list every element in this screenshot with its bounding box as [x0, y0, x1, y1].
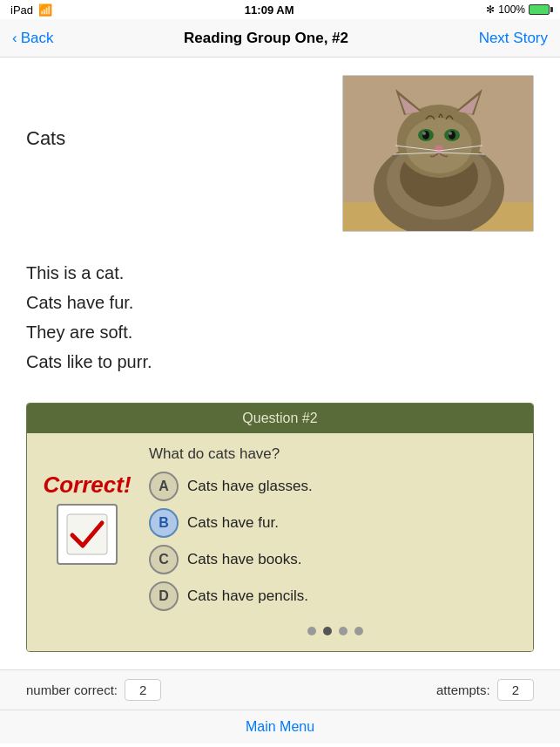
answer-option-d[interactable]: D Cats have pencils.	[149, 581, 521, 611]
cat-image-svg	[343, 76, 534, 232]
nav-bar: ‹ Back Reading Group One, #2 Next Story	[0, 19, 560, 58]
dot-4	[354, 627, 363, 635]
answer-text-a: Cats have glasses.	[187, 478, 313, 495]
bottom-stats: number correct: 2 attempts: 2	[0, 669, 560, 710]
story-line-4: Cats like to purr.	[26, 347, 534, 377]
pagination-dots	[149, 618, 521, 639]
number-correct-value: 2	[125, 679, 161, 701]
answer-circle-a: A	[149, 472, 179, 501]
svg-point-15	[422, 132, 426, 135]
quiz-body: Correct! What do cats have? A Cats have …	[27, 433, 533, 651]
svg-point-17	[435, 146, 443, 153]
correct-label: Correct!	[43, 472, 131, 499]
story-area: Cats	[26, 75, 534, 232]
answer-text-c: Cats have books.	[187, 551, 301, 568]
story-line-3: They are soft.	[26, 317, 534, 347]
status-bar: iPad 📶 11:09 AM ✻ 100%	[0, 0, 560, 19]
dot-1	[307, 627, 316, 635]
answer-circle-b: B	[149, 508, 179, 538]
content-area: Cats	[0, 58, 560, 669]
answer-circle-d: D	[149, 581, 179, 611]
question-text: What do cats have?	[149, 445, 521, 463]
status-left: iPad 📶	[10, 3, 52, 17]
dot-3	[339, 627, 347, 635]
main-menu-button[interactable]: Main Menu	[0, 710, 560, 744]
quiz-header: Question #2	[27, 404, 533, 433]
nav-title: Reading Group One, #2	[184, 30, 348, 47]
number-correct-stat: number correct: 2	[26, 679, 161, 701]
answer-option-b[interactable]: B Cats have fur.	[149, 508, 521, 538]
number-correct-label: number correct:	[26, 682, 118, 697]
answer-text-d: Cats have pencils.	[187, 587, 308, 605]
status-time: 11:09 AM	[245, 3, 294, 17]
checkmark-svg	[64, 511, 111, 558]
battery-icon	[529, 4, 550, 15]
answer-text-b: Cats have fur.	[187, 514, 279, 532]
answer-option-a[interactable]: A Cats have glasses.	[149, 472, 521, 501]
back-label: Back	[21, 30, 54, 47]
story-line-2: Cats have fur.	[26, 288, 534, 317]
cat-image	[342, 75, 534, 232]
story-title: Cats	[26, 127, 96, 150]
answer-option-c[interactable]: C Cats have books.	[149, 545, 521, 574]
quiz-section: Question #2 Correct! What do cats have?	[26, 403, 534, 652]
carrier-label: iPad	[10, 3, 33, 17]
dot-2	[323, 627, 332, 635]
story-text: This is a cat. Cats have fur. They are s…	[26, 258, 534, 377]
battery-percent: 100%	[498, 3, 525, 16]
attempts-stat: attempts: 2	[436, 679, 534, 701]
bluetooth-icon: ✻	[486, 3, 495, 16]
attempts-label: attempts:	[436, 682, 490, 697]
back-chevron-icon: ‹	[12, 30, 17, 47]
status-right: ✻ 100%	[486, 3, 550, 16]
correct-area: Correct!	[39, 445, 135, 565]
answer-circle-c: C	[149, 545, 179, 574]
attempts-value: 2	[497, 679, 534, 701]
story-line-1: This is a cat.	[26, 258, 534, 288]
svg-point-16	[449, 132, 452, 135]
question-area: What do cats have? A Cats have glasses. …	[149, 445, 521, 639]
wifi-icon: 📶	[38, 3, 52, 17]
back-button[interactable]: ‹ Back	[12, 30, 53, 47]
next-story-button[interactable]: Next Story	[479, 30, 548, 47]
checkmark-box	[57, 504, 118, 565]
